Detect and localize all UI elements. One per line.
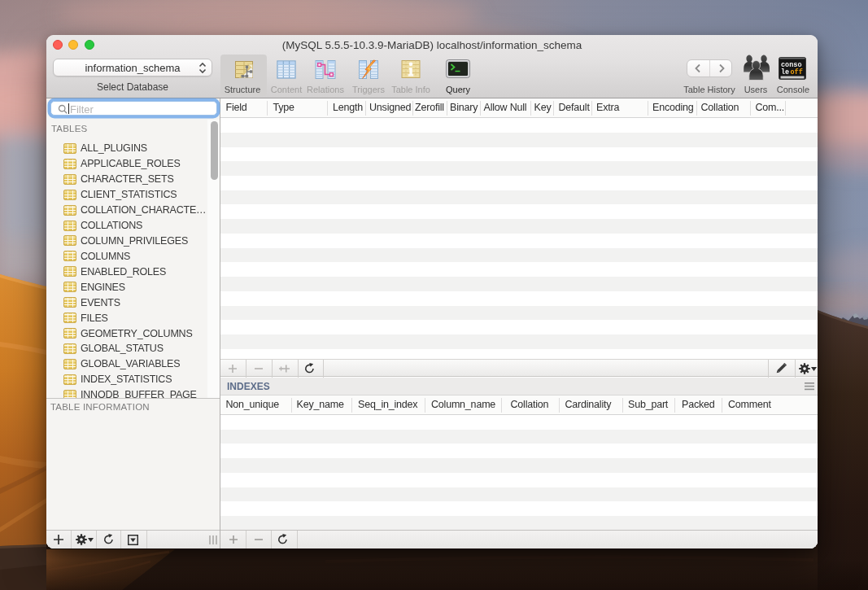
svg-text:le: le <box>781 68 789 76</box>
svg-text:off: off <box>791 68 803 76</box>
